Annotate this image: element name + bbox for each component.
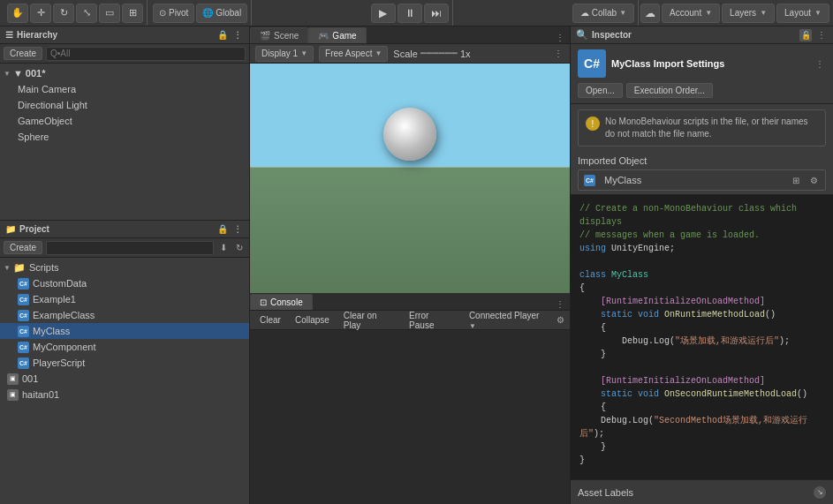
transform-tool-btn[interactable]: ⊞ bbox=[122, 4, 143, 23]
import-settings-name-area: MyClass Import Settings bbox=[611, 58, 808, 69]
console-more-icon[interactable]: ⋮ bbox=[554, 297, 566, 310]
account-label: Account bbox=[670, 8, 701, 18]
console-collapse-btn[interactable]: Collapse bbox=[289, 313, 336, 327]
project-item[interactable]: C# ExampleClass bbox=[0, 307, 249, 323]
hierarchy-header: ☰ Hierarchy 🔒 ⋮ bbox=[0, 26, 249, 44]
execution-order-btn[interactable]: Execution Order... bbox=[626, 83, 713, 98]
center-panel: 🎬 Scene 🎮 Game ⋮ Display 1 ▼ Free Aspect… bbox=[250, 26, 570, 504]
play-btn[interactable]: ▶ bbox=[371, 4, 396, 23]
inspector-more-icon[interactable]: ⋮ bbox=[815, 29, 828, 41]
myclass-gear-icon[interactable]: ⚙ bbox=[807, 174, 820, 186]
hierarchy-item[interactable]: Main Camera bbox=[0, 81, 249, 97]
game-tab-label: Game bbox=[332, 31, 356, 41]
asset-labels-icon[interactable]: ↘ bbox=[814, 486, 826, 499]
project-import-icon[interactable]: ⬇ bbox=[217, 242, 230, 254]
code-line: [RuntimeInitializeOnLoadMethod] bbox=[579, 374, 824, 387]
code-line: } bbox=[579, 348, 824, 361]
project-item[interactable]: C# PlayerScript bbox=[0, 355, 249, 371]
game-view-canvas bbox=[250, 64, 570, 293]
hierarchy-create-btn[interactable]: Create bbox=[4, 47, 42, 60]
scale-tool-btn[interactable]: ⤡ bbox=[76, 4, 97, 23]
aspect-dropdown[interactable]: Free Aspect ▼ bbox=[319, 46, 388, 62]
console-tab[interactable]: ⊡ Console bbox=[250, 294, 313, 310]
global-btn[interactable]: 🌐 Global bbox=[196, 4, 247, 23]
account-btn[interactable]: Account ▼ bbox=[662, 4, 720, 23]
pivot-label: Pivot bbox=[169, 8, 188, 18]
asset-labels-section: Asset Labels ↘ bbox=[571, 479, 833, 504]
rect-tool-btn[interactable]: ▭ bbox=[99, 4, 120, 23]
code-line: [RuntimeInitializeOnLoadMethod] bbox=[579, 295, 824, 308]
pivot-btn[interactable]: ⊙ Pivot bbox=[153, 4, 194, 23]
project-player-script-label: PlayerScript bbox=[33, 357, 85, 368]
project-create-btn[interactable]: Create bbox=[4, 241, 42, 254]
project-mycomponent-label: MyComponent bbox=[33, 342, 96, 352]
console-clear-on-play-btn[interactable]: Clear on Play bbox=[337, 309, 401, 332]
hierarchy-search-input[interactable] bbox=[46, 47, 246, 61]
inspector-title: Inspector bbox=[592, 30, 796, 40]
inspector-panel: 🔍 Inspector 🔓 ⋮ C# MyClass Import Settin… bbox=[570, 26, 833, 504]
move-tool-btn[interactable]: ✛ bbox=[30, 4, 51, 23]
project-refresh-icon[interactable]: ↻ bbox=[233, 242, 246, 254]
hierarchy-lock-icon[interactable]: 🔒 bbox=[216, 29, 229, 41]
view-more-icon[interactable]: ⋮ bbox=[554, 31, 566, 43]
play-group: ▶ ⏸ ⏭ bbox=[367, 0, 453, 26]
console-icon: ⊡ bbox=[260, 297, 267, 307]
import-settings-more-icon[interactable]: ⋮ bbox=[814, 57, 826, 70]
game-tab[interactable]: 🎮 Game bbox=[308, 27, 366, 43]
global-label: Global bbox=[216, 8, 241, 18]
console-tab-label: Console bbox=[270, 297, 303, 307]
project-scripts-label: Scripts bbox=[29, 262, 59, 273]
view-options-icon[interactable]: ⋮ bbox=[552, 48, 564, 60]
pivot-icon: ⊙ bbox=[159, 8, 166, 18]
console-clear-btn[interactable]: Clear bbox=[254, 313, 287, 327]
project-more-icon[interactable]: ⋮ bbox=[231, 223, 244, 236]
game-scene-canvas bbox=[250, 64, 570, 293]
layout-btn[interactable]: Layout ▼ bbox=[776, 4, 829, 23]
hierarchy-more-icon[interactable]: ⋮ bbox=[231, 29, 244, 41]
hierarchy-root-item[interactable]: ▼ ▼ 001* bbox=[0, 65, 249, 81]
main-area: ☰ Hierarchy 🔒 ⋮ Create ▼ ▼ 001* Main Cam… bbox=[0, 26, 833, 504]
cs-large-icon: C# bbox=[578, 49, 606, 78]
scene-icon: ▣ bbox=[7, 389, 19, 401]
step-btn[interactable]: ⏭ bbox=[424, 4, 449, 23]
console-panel: ⊡ Console ⋮ Clear Collapse Clear on Play… bbox=[250, 293, 570, 504]
project-item[interactable]: ▣ 001 bbox=[0, 371, 249, 387]
display-dropdown[interactable]: Display 1 ▼ bbox=[255, 46, 314, 62]
hierarchy-item[interactable]: Directional Light bbox=[0, 97, 249, 113]
left-panel: ☰ Hierarchy 🔒 ⋮ Create ▼ ▼ 001* Main Cam… bbox=[0, 26, 250, 504]
project-item[interactable]: C# CustomData bbox=[0, 275, 249, 291]
project-toolbar: Create ⬇ ↻ bbox=[0, 238, 249, 258]
scene-tab[interactable]: 🎬 Scene bbox=[250, 27, 308, 43]
console-settings-icon[interactable]: ⚙ bbox=[554, 314, 566, 327]
sphere-object bbox=[383, 108, 436, 161]
layers-btn[interactable]: Layers ▼ bbox=[722, 4, 775, 23]
console-error-pause-btn[interactable]: Error Pause bbox=[403, 309, 461, 332]
pause-btn[interactable]: ⏸ bbox=[398, 4, 422, 23]
hierarchy-content: ▼ ▼ 001* Main Camera Directional Light G… bbox=[0, 64, 249, 220]
project-001-label: 001 bbox=[22, 373, 38, 384]
project-item-selected[interactable]: C# MyClass bbox=[0, 323, 249, 339]
open-btn[interactable]: Open... bbox=[578, 83, 623, 98]
cs-icon: C# bbox=[18, 342, 29, 353]
layers-chevron: ▼ bbox=[760, 9, 767, 17]
hierarchy-item[interactable]: GameObject bbox=[0, 113, 249, 129]
imported-object-section: Imported Object C# MyClass ⊞ ⚙ bbox=[571, 152, 833, 195]
hand-tool-btn[interactable]: ✋ bbox=[7, 4, 28, 23]
project-lock-icon[interactable]: 🔒 bbox=[216, 223, 229, 236]
console-connected-player-btn[interactable]: Connected Player ▼ bbox=[463, 309, 553, 332]
hierarchy-item[interactable]: Sphere bbox=[0, 129, 249, 145]
project-item[interactable]: C# MyComponent bbox=[0, 339, 249, 355]
project-item[interactable]: ▣ haitan01 bbox=[0, 387, 249, 402]
cloud-btn[interactable]: ☁ bbox=[640, 4, 660, 23]
project-header-icons: 🔒 ⋮ bbox=[216, 223, 244, 236]
inspector-lock-btn[interactable]: 🔓 bbox=[799, 29, 812, 41]
hierarchy-directional-light-label: Directional Light bbox=[18, 100, 87, 110]
code-line: using UnityEngine; bbox=[579, 242, 824, 255]
layers-label: Layers bbox=[730, 8, 756, 18]
project-item[interactable]: ▼ 📁 Scripts bbox=[0, 260, 249, 275]
collab-btn[interactable]: ☁ Collab ▼ bbox=[572, 4, 634, 23]
project-item[interactable]: C# Example1 bbox=[0, 291, 249, 307]
myclass-options-icon[interactable]: ⊞ bbox=[790, 174, 802, 186]
rotate-tool-btn[interactable]: ↻ bbox=[53, 4, 74, 23]
project-search-input[interactable] bbox=[46, 241, 214, 255]
